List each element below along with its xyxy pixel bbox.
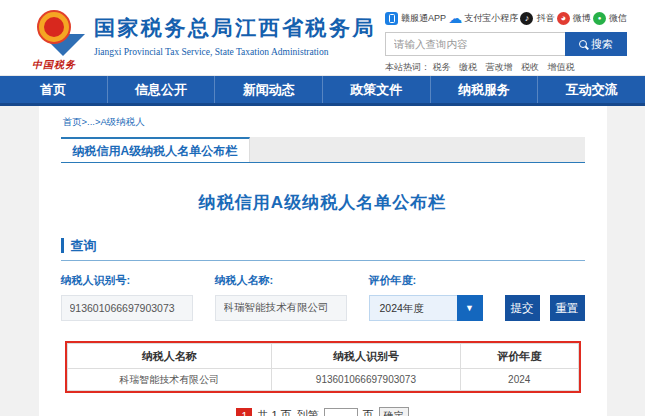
query-section-header: 查询: [61, 236, 585, 261]
site-logo: 中国税务: [22, 10, 86, 75]
evaluation-year-select[interactable]: 2024年度 ▼: [369, 295, 483, 321]
main-nav: 首页 信息公开 新闻动态 政策文件 纳税服务 互动交流: [0, 76, 645, 106]
nav-item-news[interactable]: 新闻动态: [215, 76, 323, 103]
evaluation-year-label: 评价年度:: [369, 273, 483, 288]
goto-confirm-button[interactable]: 确定: [379, 407, 409, 416]
logo-caption: 中国税务: [22, 58, 86, 72]
tab-bar: 纳税信用A级纳税人名单公布栏: [61, 137, 585, 163]
site-header: 中国税务 国家税务总局江西省税务局 Jiangxi Provincial Tax…: [0, 0, 645, 76]
hot-word-link[interactable]: 税收: [521, 62, 539, 72]
social-link-app[interactable]: 赣服通APP: [385, 12, 446, 25]
cell-taxpayer-name: 科瑞智能技术有限公司: [67, 369, 271, 391]
query-form: 纳税人识别号: 纳税人名称: 评价年度: 2024年度 ▼ 提交 重置: [61, 273, 585, 321]
douyin-icon: ♪: [520, 12, 533, 25]
site-title-cn: 国家税务总局江西省税务局: [94, 14, 376, 42]
taxpayer-name-label: 纳税人名称:: [215, 273, 347, 288]
reset-button[interactable]: 重置: [550, 295, 585, 321]
results-table: 纳税人名称 纳税人识别号 评价年度 科瑞智能技术有限公司 91360106669…: [67, 343, 579, 391]
col-eval-year: 评价年度: [460, 344, 578, 369]
breadcrumb[interactable]: 首页>...>A级纳税人: [63, 116, 585, 129]
social-links: 赣服通APP ☁ 支付宝小程序 ♪ 抖音 ◕ 微博 ● 微信: [385, 9, 627, 27]
wechat-icon: ●: [593, 12, 606, 25]
goto-page-input[interactable]: [324, 408, 358, 416]
social-link-douyin[interactable]: ♪ 抖音: [520, 12, 554, 25]
table-header-row: 纳税人名称 纳税人识别号 评价年度: [67, 344, 578, 369]
col-taxpayer-name: 纳税人名称: [67, 344, 271, 369]
nav-item-info[interactable]: 信息公开: [108, 76, 216, 103]
alipay-cloud-icon: ☁: [448, 12, 461, 25]
phone-app-icon: [385, 12, 398, 25]
page-total-text: 共 1 页: [257, 408, 291, 416]
nav-item-home[interactable]: 首页: [0, 76, 108, 103]
nav-item-tax-service[interactable]: 纳税服务: [431, 76, 539, 103]
table-row: 科瑞智能技术有限公司 913601066697903073 2024: [67, 369, 578, 391]
submit-button[interactable]: 提交: [505, 295, 540, 321]
search-icon: [579, 40, 587, 48]
social-link-wechat[interactable]: ● 微信: [593, 12, 627, 25]
weibo-icon: ◕: [557, 12, 570, 25]
national-emblem-icon: [34, 10, 74, 50]
pagination: 1 共 1 页 到第 页 确定: [61, 407, 585, 416]
tab-a-level-taxpayer-list[interactable]: 纳税信用A级纳税人名单公布栏: [61, 137, 251, 162]
page-title: 纳税信用A级纳税人名单公布栏: [61, 191, 585, 214]
hot-word-link[interactable]: 增值税: [548, 62, 575, 72]
taxpayer-id-label: 纳税人识别号:: [61, 273, 193, 288]
goto-prefix: 到第: [297, 408, 319, 416]
taxpayer-id-input[interactable]: [61, 295, 193, 321]
site-title-block: 国家税务总局江西省税务局 Jiangxi Provincial Tax Serv…: [94, 14, 376, 75]
hot-word-link[interactable]: 缴税: [459, 62, 477, 72]
social-link-weibo[interactable]: ◕ 微博: [557, 12, 591, 25]
search-button[interactable]: 搜索: [565, 32, 627, 56]
cell-taxpayer-id: 913601066697903073: [271, 369, 460, 391]
results-table-highlight: 纳税人名称 纳税人识别号 评价年度 科瑞智能技术有限公司 91360106669…: [65, 341, 581, 393]
col-taxpayer-id: 纳税人识别号: [271, 344, 460, 369]
nav-item-policy[interactable]: 政策文件: [323, 76, 431, 103]
hot-words: 本站热词： 税务 缴税 营改增 税收 增值税: [385, 61, 627, 74]
cell-eval-year: 2024: [460, 369, 578, 391]
evaluation-year-value: 2024年度: [369, 295, 457, 321]
taxpayer-name-input[interactable]: [215, 295, 347, 321]
hot-word-link[interactable]: 税务: [433, 62, 451, 72]
hot-word-link[interactable]: 营改增: [486, 62, 513, 72]
hot-words-prefix: 本站热词：: [385, 62, 430, 72]
query-section-title: 查询: [61, 238, 97, 253]
site-title-en: Jiangxi Provincial Tax Service, State Ta…: [94, 47, 376, 57]
nav-item-interaction[interactable]: 互动交流: [538, 76, 645, 103]
goto-suffix: 页: [363, 408, 374, 416]
chevron-down-icon: ▼: [457, 295, 483, 321]
search-input[interactable]: [385, 32, 565, 56]
current-page-button[interactable]: 1: [236, 408, 252, 416]
content-card: 首页>...>A级纳税人 纳税信用A级纳税人名单公布栏 纳税信用A级纳税人名单公…: [39, 106, 607, 416]
social-link-alipay[interactable]: ☁ 支付宝小程序: [448, 12, 518, 25]
